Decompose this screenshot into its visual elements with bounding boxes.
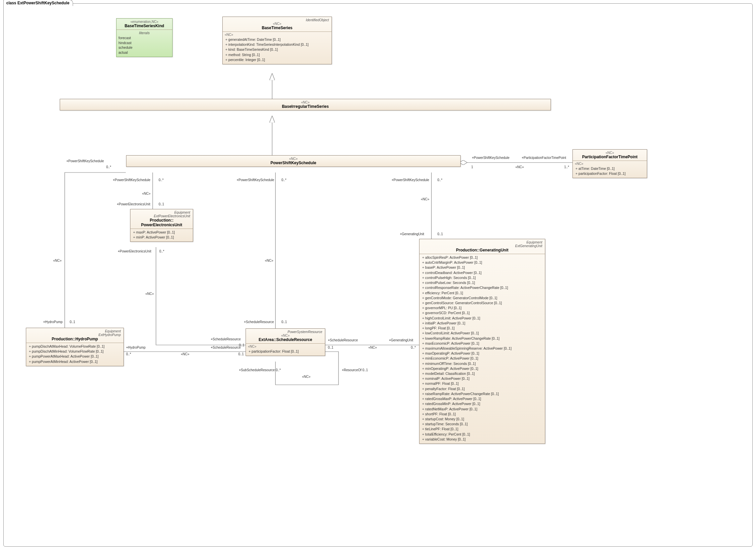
- attribute: variableCost: Money [0..1]: [421, 437, 543, 442]
- assoc-stereo: «NC»: [368, 346, 377, 349]
- multiplicity: 0..*: [126, 352, 131, 356]
- assoc-role: +ParticipationFactorTimePoint: [522, 156, 566, 160]
- literal: actual: [118, 50, 170, 55]
- attribute: atTime: DateTime [0..1]: [575, 166, 645, 171]
- frame-title-text: ExtPowerShiftKeySchedule: [17, 1, 69, 5]
- stereo: «NC»: [248, 334, 323, 337]
- assoc-role: +PowerElectronicsUnit: [118, 250, 151, 253]
- attribute: controlPulseHigh: Seconds [0..1]: [421, 275, 543, 280]
- class-name: Production::GeneratingUnit: [421, 248, 543, 253]
- attribute: ratedNetMaxP: ActivePower [0..1]: [421, 407, 543, 412]
- class-participationfactortimepoint: «NC» ParticipationFactorTimePoint «NC» a…: [572, 149, 647, 178]
- assoc-role: +ScheduleResource: [244, 320, 274, 324]
- attribute: totalEfficiency: PerCent [0..1]: [421, 432, 543, 437]
- attribute: kind: BaseTimeSeriesKind [0..1]: [225, 47, 330, 52]
- assoc-stereo: «NC»: [145, 292, 154, 295]
- multiplicity: 0..*: [281, 178, 286, 182]
- assoc-role: +ScheduleResource: [328, 338, 358, 342]
- multiplicity: 0..*: [159, 178, 164, 182]
- attribute: shortPF: Float [0..1]: [421, 412, 543, 417]
- attribute: generatedAtTime: DateTime [0..1]: [225, 37, 330, 42]
- multiplicity: 0..1: [437, 232, 443, 236]
- attribute: allocSpinResP: ActivePower [0..1]: [421, 255, 543, 260]
- multiplicity: 0..1: [238, 352, 244, 356]
- parent-class: IdentifiedObject: [225, 18, 330, 22]
- multiplicity: 0..1: [159, 202, 164, 206]
- attribute: maximumAllowableSpinningReserve: ActiveP…: [421, 346, 543, 351]
- assoc-role: +PowerShiftKeySchedule: [237, 178, 274, 182]
- class-name: ExtArea::ScheduleResource: [248, 337, 323, 342]
- attribute: maxP: ActivePower [0..1]: [132, 230, 191, 235]
- attribute: controlPulseLow: Seconds [0..1]: [421, 280, 543, 285]
- multiplicity: 0..1: [281, 320, 287, 324]
- class-name: PowerShiftKeySchedule: [128, 161, 458, 165]
- assoc-role: +PowerShiftKeySchedule: [113, 178, 150, 182]
- attribute: pumpPowerAtMaxHead: ActivePower [0..1]: [28, 354, 121, 359]
- literal: hindcast: [118, 40, 170, 45]
- literal: schedule: [118, 45, 170, 50]
- assoc-role: +HydroPump: [126, 346, 146, 349]
- assoc-stereo: «NC»: [265, 259, 273, 263]
- assoc-role: +GeneratingUnit: [400, 232, 424, 236]
- attribute: minOperatingP: ActivePower [0..1]: [421, 366, 543, 371]
- attribute: pumpDischAtMinHead: VolumeFlowRate [0..1…: [28, 349, 121, 354]
- attribute: percentile: Integer [0..1]: [225, 57, 330, 62]
- literal: forecast: [118, 36, 170, 40]
- stereo: «NC»: [62, 101, 549, 104]
- assoc-role: +PowerShiftKeySchedule: [66, 159, 104, 163]
- parent-class: Equipment: [28, 329, 121, 333]
- attribute: controlDeadband: ActivePower [0..1]: [421, 271, 543, 275]
- parent-class: ExtPowerElectronicsUnit: [132, 214, 191, 218]
- attribute: maxEconomicP: ActivePower [0..1]: [421, 341, 543, 346]
- assoc-stereo: «NC»: [181, 352, 189, 356]
- diagram-title: class ExtPowerShiftKeySchedule: [3, 0, 73, 6]
- attribute: longPF: Float [0..1]: [421, 326, 543, 331]
- parent-class: Equipment: [132, 211, 191, 214]
- attribute: efficiency: PerCent [0..1]: [421, 290, 543, 295]
- class-name: BaseIrregularTimeSeries: [62, 104, 549, 109]
- literals-label: literals: [118, 31, 170, 35]
- parent-class: ExtGeneratingUnit: [421, 244, 543, 248]
- class-hydropump: Equipment ExtHydroPump Production::Hydro…: [26, 328, 124, 366]
- stereo: «NC»: [128, 157, 458, 161]
- class-powerelectronicsunit: Equipment ExtPowerElectronicsUnit Produc…: [130, 209, 193, 242]
- parent-class: PowerSystemResource: [248, 330, 323, 334]
- multiplicity: 0..1: [70, 320, 75, 324]
- attribute: pumpDischAtMaxHead: VolumeFlowRate [0..1…: [28, 344, 121, 349]
- attribute: genControlSource: GeneratorControlSource…: [421, 300, 543, 305]
- multiplicity: 1: [471, 165, 473, 169]
- stereo: «NC»: [225, 22, 330, 26]
- attribute: nominalP: ActivePower [0..1]: [421, 376, 543, 381]
- assoc-role: +ScheduleResource: [211, 346, 241, 349]
- attribute: interpolationKind: TimeSeriesInterpolati…: [225, 42, 330, 47]
- attribute: ratedGrossMinP: ActivePower [0..1]: [421, 401, 543, 406]
- multiplicity: 0..*: [159, 250, 164, 253]
- class-basetimeserieskind: «enumeration,NC» BaseTimeSeriesKind lite…: [116, 18, 173, 57]
- section-stereo: «NC»: [225, 33, 330, 37]
- class-generatingunit: Equipment ExtGeneratingUnit Production::…: [419, 239, 545, 444]
- class-basetimeseries: IdentifiedObject «NC» BaseTimeSeries «NC…: [222, 17, 332, 64]
- class-name: BaseTimeSeries: [225, 26, 330, 30]
- assoc-stereo: «NC»: [515, 165, 524, 169]
- stereo: «enumeration,NC»: [118, 20, 170, 24]
- assoc-role: +ScheduleResource: [211, 337, 241, 341]
- class-powershiftkeyschedule: «NC» PowerShiftKeySchedule: [126, 155, 461, 167]
- assoc-role: +ResourceOf 0..1: [342, 368, 368, 372]
- attribute: lowerRampRate: ActivePowerChangeRate [0.…: [421, 336, 543, 341]
- multiplicity: 0..*: [411, 346, 416, 349]
- assoc-role: +HydroPump: [43, 320, 63, 324]
- attribute: genControlMode: GeneratorControlMode [0.…: [421, 295, 543, 300]
- attribute: highControlLimit: ActivePower [0..1]: [421, 316, 543, 321]
- attribute: ratedGrossMaxP: ActivePower [0..1]: [421, 396, 543, 401]
- diagram-frame: class ExtPowerShiftKeySchedule: [3, 3, 753, 547]
- attribute: penaltyFactor: Float [0..1]: [421, 386, 543, 391]
- attribute: governorSCD: PerCent [0..1]: [421, 310, 543, 315]
- multiplicity: 0..*: [106, 165, 111, 169]
- class-name: BaseTimeSeriesKind: [118, 24, 170, 28]
- multiplicity: 1..*: [564, 165, 569, 169]
- attribute: initialP: ActivePower [0..1]: [421, 321, 543, 326]
- attribute: controlResponseRate: ActivePowerChangeRa…: [421, 285, 543, 290]
- attribute: baseP: ActivePower [0..1]: [421, 265, 543, 270]
- attribute: startupCost: Money [0..1]: [421, 417, 543, 422]
- attribute: method: String [0..1]: [225, 52, 330, 57]
